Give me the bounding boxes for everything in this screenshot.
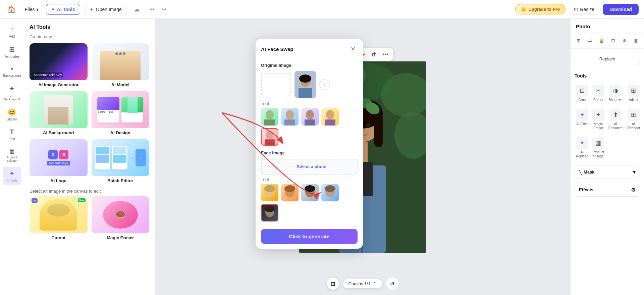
tool-card-img-ai-image-gen: Academic role play [30, 43, 88, 80]
tool-btn-ai-filter[interactable]: ✦ AI Filter [575, 106, 590, 133]
rp-lock-button[interactable]: 🔒 [597, 36, 606, 46]
generate-button[interactable]: Click to generate [261, 229, 358, 244]
resize-button[interactable]: ⊡ Resize [569, 4, 599, 15]
tool-btn-adjust[interactable]: ⊞ Adjust [626, 82, 642, 105]
tool-btn-crop[interactable]: ⊡ Crop [575, 82, 590, 105]
home-button[interactable]: 🏠 [5, 3, 17, 15]
rp-copy-button[interactable]: ⊕ [620, 36, 629, 46]
refresh-button[interactable]: ↺ [386, 278, 398, 290]
tool-card-label-ai-image-gen: AI Image Generator [30, 82, 88, 87]
undo-button[interactable]: ↩ [147, 4, 158, 15]
tool-card-batch-editor[interactable]: → ↓ Batch Editor [92, 139, 150, 183]
download-button[interactable]: Download [603, 4, 639, 15]
bottom-tools-grid: AI New Cutout 🍩 Magic Eraser [30, 196, 149, 240]
svg-rect-33 [325, 119, 335, 126]
sparkle-icon: ✦ [51, 7, 55, 12]
upgrade-button[interactable]: 👑 Upgrade to Pro [515, 4, 566, 14]
rp-frame-button[interactable]: ⊡ [608, 36, 618, 46]
modal-close-button[interactable]: ✕ [348, 44, 358, 54]
modal-header: AI Face Swap ✕ [256, 39, 363, 58]
tool-card-ai-model[interactable]: AI Model [92, 43, 150, 87]
sidebar-item-text[interactable]: T Text [3, 126, 21, 144]
svg-point-41 [305, 185, 315, 192]
layers-button[interactable]: ⊞ [327, 278, 339, 290]
tool-card-magic-eraser[interactable]: 🍩 Magic Eraser [92, 196, 150, 240]
files-button[interactable]: Files ▾ [21, 5, 42, 14]
canvas-bottom-bar: ⊞ Canvas 1/1 ⌃ ↺ [327, 278, 398, 290]
face-sample-3[interactable] [301, 184, 319, 201]
sidebar-item-ai-background[interactable]: ✦ AI Background [3, 82, 21, 104]
face-sample-4[interactable] [321, 184, 339, 201]
canvas-info: Canvas 1/1 ⌃ [343, 279, 382, 288]
sample-img-1[interactable] [261, 108, 278, 126]
sidebar-item-templates[interactable]: ⊞ Templates [3, 43, 21, 61]
tool-btn-cutout[interactable]: ✂ Cutout [591, 82, 606, 105]
rp-delete-button[interactable]: 🗑 [631, 36, 641, 46]
sidebar-item-ai-tools[interactable]: ✦ AI Tools [3, 167, 21, 185]
effects-settings-icon: ⚙ [631, 187, 636, 193]
upgrade-label: Upgrade to Pro [528, 7, 560, 12]
rp-flip-button[interactable]: ⇄ [585, 36, 595, 46]
right-panel-title: Photo [576, 23, 639, 29]
sample-img-3[interactable] [301, 108, 319, 126]
rp-layers-button[interactable]: ⊞ [574, 36, 583, 46]
replace-button[interactable]: Replace [575, 53, 640, 65]
tool-card-img-ai-logo: X B Generate logo [30, 139, 88, 176]
select-photo-label: Select a photo [297, 164, 327, 169]
sidebar-item-add[interactable]: ＋ Add [3, 21, 21, 41]
ai-replace-label: AI Replace [576, 150, 588, 158]
adjust-label: Adjust [629, 98, 638, 102]
tool-card-cutout[interactable]: AI New Cutout [30, 196, 88, 240]
canvas-info-text: Canvas 1/1 [348, 281, 371, 286]
tool-card-label-ai-background: AI Background [30, 130, 88, 135]
tool-card-label-ai-design: AI Design [92, 130, 150, 135]
tool-btn-ai-replace[interactable]: ✦ AI Replace [575, 134, 590, 161]
tool-card-ai-logo[interactable]: X B Generate logo AI Logo [30, 139, 88, 183]
original-image-section: ↑ [261, 71, 358, 98]
select-photo-button[interactable]: ↑ Select a photo [261, 159, 358, 175]
ai-tools-button[interactable]: ✦ AI Tools [46, 4, 80, 15]
upload-box[interactable] [261, 73, 291, 96]
magic-eraser-label: Magic Eraser [592, 122, 604, 130]
tool-card-ai-design[interactable]: Leather Purse AI Design [92, 91, 150, 135]
sidebar-item-sticker[interactable]: 😊 Sticker [3, 105, 21, 124]
face-sample-5[interactable] [261, 204, 278, 222]
tool-btn-ai-extender[interactable]: ⊞ AI Extender [626, 106, 642, 133]
cloud-button[interactable]: ☁ [131, 3, 143, 15]
tool-card-img-ai-model [92, 43, 150, 80]
svg-rect-31 [305, 119, 315, 126]
sidebar-item-background[interactable]: ▪ Background [3, 63, 21, 81]
sample-img-4[interactable] [321, 108, 339, 126]
sample-img-2[interactable] [281, 108, 299, 126]
mask-header[interactable]: ╲ Mask ▾ [575, 165, 640, 179]
sticker-icon: 😊 [8, 108, 16, 116]
effects-section: Effects ⚙ [575, 183, 640, 197]
ai-tools-icon: ✦ [9, 169, 15, 178]
tool-btn-product-collage[interactable]: ▦ Product collage [591, 134, 606, 161]
tool-btn-ai-enhancer[interactable]: ⬆ AI Enhancer [607, 106, 624, 133]
left-sidebar: ＋ Add ⊞ Templates ▪ Background ✦ AI Back… [0, 19, 24, 295]
tool-card-img-ai-design: Leather Purse [92, 91, 150, 128]
face-sample-2[interactable] [281, 184, 299, 201]
tool-btn-magic-eraser[interactable]: ✦ Magic Eraser [591, 106, 606, 133]
crop-icon: ⊡ [576, 85, 588, 97]
ai-enhancer-icon: ⬆ [609, 109, 622, 121]
sidebar-item-label-ai-background: AI Background [4, 94, 20, 101]
more-button[interactable]: ••• [380, 49, 390, 59]
cutout-label: Cutout [593, 98, 603, 102]
ai-extender-label: AI Extender [627, 122, 640, 130]
expand-icon: ⌃ [373, 281, 377, 286]
sample-img-5[interactable] [261, 128, 278, 146]
redo-button[interactable]: ↪ [159, 4, 170, 15]
upload-arrow[interactable]: ↑ [319, 79, 330, 90]
tool-btn-shadows[interactable]: ◑ Shadows [607, 82, 624, 105]
face-sample-1[interactable] [261, 184, 278, 201]
sidebar-item-product-collage[interactable]: ▦ Product collage [3, 145, 21, 166]
open-image-button[interactable]: ＋ Open Image [84, 4, 127, 15]
delete-button[interactable]: 🗑 [369, 49, 379, 59]
right-panel: Photo ⊞ ⇄ 🔒 ⊡ ⊕ 🗑 Replace Tools ⊡ Crop ✂… [570, 19, 644, 295]
tool-card-ai-background[interactable]: AI Background [30, 91, 88, 135]
effects-header[interactable]: Effects ⚙ [575, 183, 640, 196]
svg-rect-35 [265, 139, 275, 146]
tool-card-ai-image-gen[interactable]: Academic role play AI Image Generator [30, 43, 88, 87]
